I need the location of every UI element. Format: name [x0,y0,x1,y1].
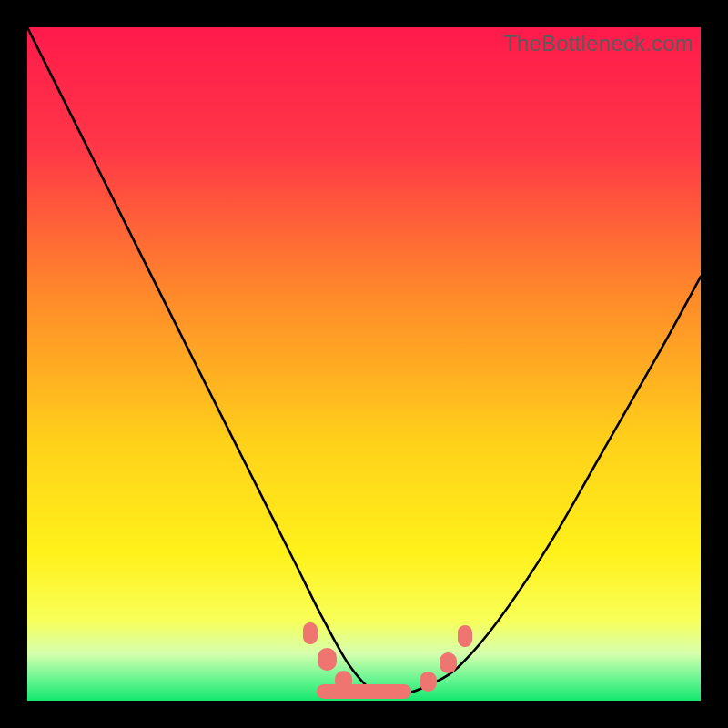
curve-marker [458,625,472,647]
curve-marker [420,672,437,692]
watermark-text: TheBottleneck.com [503,31,693,56]
curve-marker [318,648,337,671]
chart-frame: TheBottleneck.com [0,0,728,728]
plot-area: TheBottleneck.com [27,27,701,701]
curve-marker [303,622,318,644]
curve-marker [317,684,411,699]
bottom-markers [27,27,701,701]
curve-marker [440,652,457,674]
